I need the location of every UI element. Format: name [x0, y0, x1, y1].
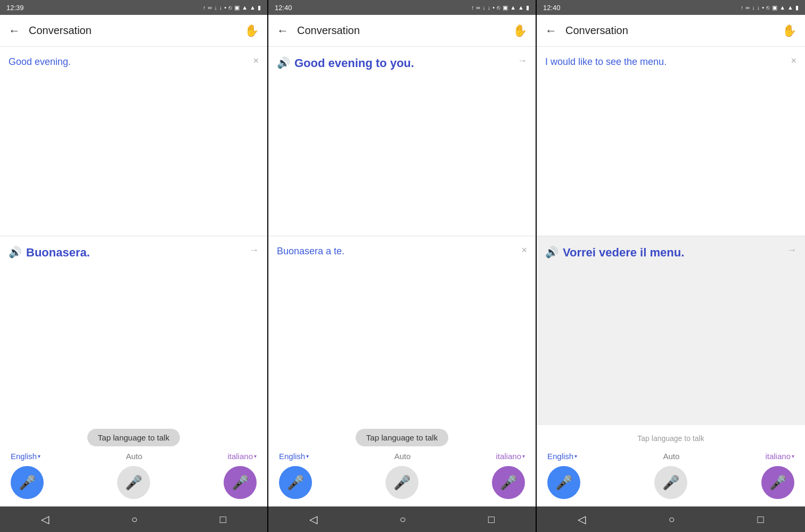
status-voicemail-icon: ∞	[477, 4, 481, 11]
status-battery-icon: ▮	[526, 4, 529, 11]
hand-icon[interactable]: ✋	[782, 24, 796, 38]
nav-back-button[interactable]: ◁	[41, 513, 49, 526]
status-icons: ↑ ∞ ↓ ↓ • ⎋ ▣ ▲ ▲ ▮	[203, 4, 261, 11]
back-button[interactable]: ←	[9, 24, 20, 38]
lang-english[interactable]: English ▾	[547, 452, 577, 461]
italian-chevron: ▾	[522, 453, 525, 459]
mic-english-button[interactable]: 🎤	[547, 466, 580, 499]
top-action-icon[interactable]: →	[518, 55, 527, 66]
lang-italian[interactable]: italiano ▾	[496, 452, 525, 461]
lang-italian[interactable]: italiano ▾	[765, 452, 794, 461]
back-button[interactable]: ←	[545, 24, 557, 38]
status-vib-icon: ▣	[772, 4, 777, 11]
lang-english[interactable]: English ▾	[279, 452, 309, 461]
bottom-speaker-icon[interactable]: 🔊	[545, 246, 558, 259]
nav-back-button[interactable]: ◁	[309, 513, 317, 526]
hand-icon[interactable]: ✋	[513, 24, 527, 38]
nav-recent-button[interactable]: □	[757, 513, 763, 526]
back-button[interactable]: ←	[277, 24, 289, 38]
status-time: 12:39	[6, 4, 24, 12]
bottom-phrase-area: 🔊 Buonasera. →	[0, 236, 267, 425]
status-voicemail-icon: ∞	[746, 4, 750, 11]
mic-italian-icon: 🎤	[769, 475, 786, 491]
status-signal-icon: ▲	[518, 4, 524, 11]
mic-row: 🎤 🎤 🎤	[537, 463, 805, 504]
bottom-phrase-area: Buonasera a te. ×	[268, 236, 536, 425]
nav-home-button[interactable]: ○	[399, 513, 406, 526]
top-phrase-text: Good evening.	[9, 55, 249, 69]
header-title: Conversation	[565, 24, 782, 37]
top-action-icon[interactable]: ×	[791, 55, 796, 66]
mic-italian-button[interactable]: 🎤	[761, 466, 794, 499]
mic-italian-button[interactable]: 🎤	[224, 466, 257, 499]
bottom-action-icon[interactable]: ×	[521, 245, 527, 256]
nav-recent-button[interactable]: □	[488, 513, 495, 526]
status-upload-icon: ↑	[471, 4, 474, 11]
top-phrase-area: Good evening. ×	[0, 47, 267, 236]
nav-recent-button[interactable]: □	[220, 513, 226, 526]
mic-english-icon: 🎤	[555, 475, 572, 491]
app-header: ← Conversation ✋	[537, 15, 805, 47]
status-download2-icon: ↓	[757, 4, 760, 11]
top-phrase-text: I would like to see the menu.	[545, 55, 786, 69]
bottom-phrase-text: Vorrei vedere il menu.	[563, 245, 783, 261]
mic-auto-button[interactable]: 🎤	[654, 466, 687, 499]
top-phrase-area: I would like to see the menu. ×	[537, 47, 805, 236]
status-icons: ↑ ∞ ↓ ↓ • ⎋ ▣ ▲ ▲ ▮	[741, 4, 799, 11]
mic-english-button[interactable]: 🎤	[279, 466, 312, 499]
bottom-phrase-row: 🔊 Buonasera. →	[9, 245, 259, 261]
bottom-action-icon[interactable]: →	[787, 245, 796, 256]
bottom-action-icon[interactable]: →	[249, 245, 259, 256]
controls-area: Tap language to talk English ▾ Auto ital…	[0, 425, 267, 506]
lang-auto[interactable]: Auto	[394, 452, 410, 461]
controls-area: Tap language to talk English ▾ Auto ital…	[268, 425, 536, 506]
status-bar: 12:40 ↑ ∞ ↓ ↓ • ⎋ ▣ ▲ ▲ ▮	[268, 0, 536, 15]
nav-back-button[interactable]: ◁	[578, 513, 586, 526]
controls-area: Tap language to talk English ▾ Auto ital…	[537, 425, 805, 506]
status-bar: 12:39 ↑ ∞ ↓ ↓ • ⎋ ▣ ▲ ▲ ▮	[0, 0, 267, 15]
app-header: ← Conversation ✋	[268, 15, 536, 47]
hand-icon[interactable]: ✋	[244, 24, 259, 38]
bottom-phrase-text: Buonasera a te.	[277, 245, 517, 258]
tap-hint-bubble: Tap language to talk	[356, 429, 448, 446]
conversation-area: Good evening. × 🔊 Buonasera. →	[0, 47, 267, 425]
lang-auto[interactable]: Auto	[663, 452, 679, 461]
nav-home-button[interactable]: ○	[131, 513, 137, 526]
status-upload-icon: ↑	[741, 4, 744, 11]
status-wifi-icon: ▲	[779, 4, 785, 11]
italian-chevron: ▾	[792, 453, 794, 459]
status-upload-icon: ↑	[203, 4, 206, 11]
mic-italian-button[interactable]: 🎤	[492, 466, 525, 499]
mic-auto-button[interactable]: 🎤	[385, 466, 418, 499]
lang-italian[interactable]: italiano ▾	[227, 452, 257, 461]
mic-auto-icon: 🎤	[125, 475, 142, 491]
status-download1-icon: ↓	[482, 4, 486, 11]
app-header: ← Conversation ✋	[0, 15, 267, 47]
lang-english[interactable]: English ▾	[11, 452, 40, 461]
nav-bar: ◁ ○ □	[0, 506, 267, 532]
top-action-icon[interactable]: ×	[253, 55, 259, 66]
status-signal-icon: ▲	[787, 4, 793, 11]
status-download1-icon: ↓	[752, 4, 755, 11]
tap-hint-plain: Tap language to talk	[637, 430, 704, 445]
status-time: 12:40	[543, 4, 561, 12]
language-row: English ▾ Auto italiano ▾	[537, 450, 805, 463]
status-bt-icon: ⎋	[228, 4, 232, 11]
mic-english-icon: 🎤	[19, 475, 36, 491]
status-wifi-icon: ▲	[510, 4, 516, 11]
mic-italian-icon: 🎤	[232, 475, 249, 491]
mic-auto-button[interactable]: 🎤	[117, 466, 150, 499]
bottom-speaker-icon[interactable]: 🔊	[9, 246, 22, 259]
status-download2-icon: ↓	[219, 4, 223, 11]
mic-english-icon: 🎤	[287, 475, 304, 491]
lang-auto[interactable]: Auto	[126, 452, 142, 461]
top-speaker-icon[interactable]: 🔊	[277, 56, 290, 69]
mic-english-button[interactable]: 🎤	[11, 466, 44, 499]
status-vib-icon: ▣	[234, 4, 240, 11]
status-bt-icon: ⎋	[766, 4, 770, 11]
nav-home-button[interactable]: ○	[668, 513, 675, 526]
status-time: 12:40	[275, 4, 292, 12]
english-chevron: ▾	[38, 453, 40, 459]
bottom-phrase-area: 🔊 Vorrei vedere il menu. →	[537, 236, 805, 425]
english-chevron: ▾	[574, 453, 577, 459]
